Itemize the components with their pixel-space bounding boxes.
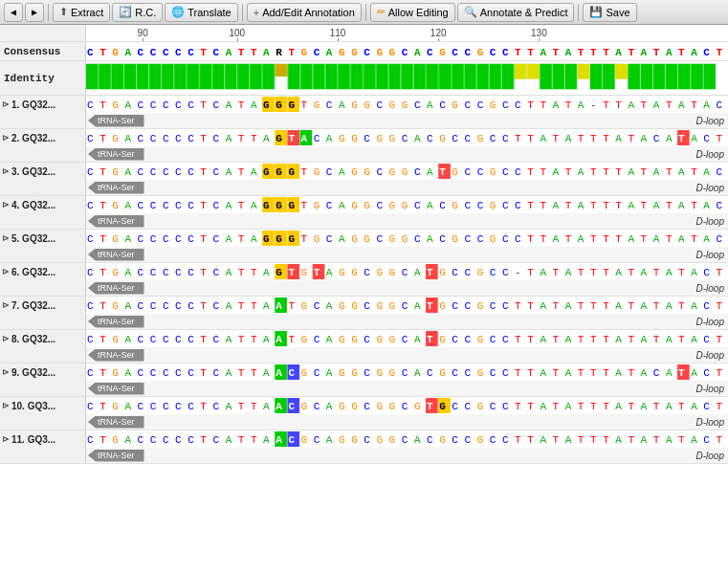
dloop-annotation-3: D-loop (696, 216, 724, 227)
seq-label-5: ⊳6. GQ32... (0, 263, 86, 280)
dloop-annotation-6: D-loop (696, 317, 724, 327)
translate-button[interactable]: 🌐 Translate (165, 3, 237, 22)
ruler-track (86, 25, 728, 41)
seq-label-2: ⊳3. GQ32... (0, 163, 86, 180)
seq-label-6: ⊳7. GQ32... (0, 297, 86, 314)
trna-annotation-8: tRNA-Ser (88, 383, 144, 395)
sequence-row-2: ⊳3. GQ32...tRNA-SerD-loop (0, 163, 728, 196)
sequence-row-9: ⊳10. GQ3...tRNA-SerD-loop (0, 397, 728, 430)
separator-3 (365, 4, 366, 21)
seq-canvas-8 (86, 364, 727, 381)
sequence-row-1: ⊳2. GQ32...tRNA-SerD-loop (0, 129, 728, 163)
seq-row-icon-1: ⊳ (2, 133, 10, 143)
consensus-track (86, 42, 728, 60)
dloop-annotation-4: D-loop (696, 250, 724, 260)
trna-annotation-1: tRNA-Ser (88, 148, 144, 161)
rc-icon: 🔄 (119, 6, 132, 18)
save-button[interactable]: 💾 Save (583, 3, 636, 22)
trna-annotation-0: tRNA-Ser (88, 115, 144, 127)
save-icon: 💾 (589, 6, 603, 18)
identity-track (86, 61, 728, 95)
trna-annotation-10: tRNA-Ser (88, 450, 144, 462)
rc-button[interactable]: 🔄 R.C. (112, 3, 163, 22)
separator-1 (48, 4, 49, 21)
dloop-annotation-9: D-loop (696, 417, 724, 428)
ruler-label-space (0, 25, 86, 41)
seq-label-7: ⊳8. GQ32... (0, 330, 86, 347)
seq-row-icon-9: ⊳ (2, 401, 10, 410)
dloop-annotation-7: D-loop (696, 350, 724, 361)
sequence-row-3: ⊳4. GQ32...tRNA-SerD-loop (0, 196, 728, 230)
identity-canvas (86, 61, 728, 92)
seq-canvas-6 (86, 297, 727, 314)
seq-row-icon-7: ⊳ (2, 334, 10, 343)
seq-canvas-0 (86, 96, 727, 113)
extract-button[interactable]: ⬆ Extract (53, 3, 110, 22)
sequence-row-5: ⊳6. GQ32...tRNA-SerD-loop (0, 263, 728, 297)
seq-row-icon-3: ⊳ (2, 200, 10, 209)
seq-canvas-1 (86, 129, 727, 146)
sequence-row-10: ⊳11. GQ3...tRNA-SerD-loop (0, 430, 728, 464)
back-button[interactable]: ◀ (4, 3, 23, 22)
seq-label-8: ⊳9. GQ32... (0, 364, 86, 381)
trna-annotation-6: tRNA-Ser (88, 316, 144, 328)
seq-canvas-7 (86, 330, 727, 347)
seq-label-10: ⊳11. GQ3... (0, 430, 86, 448)
annotate-predict-button[interactable]: 🔍 Annotate & Predict (457, 3, 575, 22)
sequence-view: Consensus Identity ⊳1. GQ32...tRNA-SerD-… (0, 25, 728, 573)
add-edit-icon: + (254, 7, 259, 18)
seq-canvas-5 (86, 263, 727, 280)
sequence-row-6: ⊳7. GQ32...tRNA-SerD-loop (0, 297, 728, 330)
seq-label-1: ⊳2. GQ32... (0, 129, 86, 146)
sequence-row-0: ⊳1. GQ32...tRNA-SerD-loop (0, 96, 728, 129)
seq-canvas-10 (86, 430, 727, 448)
trna-annotation-7: tRNA-Ser (88, 349, 144, 362)
seq-canvas-9 (86, 397, 727, 414)
seq-row-icon-8: ⊳ (2, 367, 10, 377)
seq-label-4: ⊳5. GQ32... (0, 230, 86, 247)
identity-label: Identity (0, 61, 86, 95)
translate-icon: 🌐 (171, 6, 185, 18)
seq-canvas-3 (86, 196, 727, 213)
identity-row: Identity (0, 61, 728, 96)
separator-2 (242, 4, 243, 21)
consensus-canvas (86, 42, 727, 60)
ruler-canvas (86, 25, 727, 41)
dloop-annotation-10: D-loop (696, 451, 724, 461)
consensus-row: Consensus (0, 42, 728, 61)
seq-label-0: ⊳1. GQ32... (0, 96, 86, 113)
seq-row-icon-10: ⊳ (2, 434, 10, 444)
separator-4 (578, 4, 579, 21)
pencil-icon: ✏ (377, 6, 386, 18)
seq-canvas-2 (86, 163, 727, 180)
forward-button[interactable]: ▶ (25, 3, 44, 22)
trna-annotation-4: tRNA-Ser (88, 249, 144, 261)
sequence-row-4: ⊳5. GQ32...tRNA-SerD-loop (0, 230, 728, 263)
sequence-row-7: ⊳8. GQ32...tRNA-SerD-loop (0, 330, 728, 364)
trna-annotation-3: tRNA-Ser (88, 215, 144, 228)
sequence-row-8: ⊳9. GQ32...tRNA-SerD-loop (0, 364, 728, 397)
seq-row-icon-5: ⊳ (2, 267, 10, 276)
add-edit-button[interactable]: + Add/Edit Annotation (247, 3, 362, 22)
seq-row-icon-0: ⊳ (2, 99, 10, 109)
toolbar: ◀ ▶ ⬆ Extract 🔄 R.C. 🌐 Translate + Add/E… (0, 0, 728, 25)
trna-annotation-9: tRNA-Ser (88, 416, 144, 429)
trna-annotation-2: tRNA-Ser (88, 182, 144, 194)
dloop-annotation-2: D-loop (696, 183, 724, 193)
consensus-label: Consensus (0, 42, 86, 60)
trna-annotation-5: tRNA-Ser (88, 282, 144, 295)
seq-row-icon-6: ⊳ (2, 300, 10, 310)
dloop-annotation-1: D-loop (696, 149, 724, 160)
sequence-rows: ⊳1. GQ32...tRNA-SerD-loop⊳2. GQ32...tRNA… (0, 96, 728, 464)
seq-label-3: ⊳4. GQ32... (0, 196, 86, 213)
extract-icon: ⬆ (59, 6, 68, 18)
annotate-icon: 🔍 (464, 6, 477, 18)
dloop-annotation-8: D-loop (696, 384, 724, 394)
seq-label-9: ⊳10. GQ3... (0, 397, 86, 414)
dloop-annotation-0: D-loop (696, 116, 724, 126)
allow-editing-button[interactable]: ✏ Allow Editing (370, 3, 455, 22)
seq-row-icon-4: ⊳ (2, 233, 10, 243)
dloop-annotation-5: D-loop (696, 283, 724, 294)
seq-canvas-4 (86, 230, 727, 247)
seq-row-icon-2: ⊳ (2, 166, 10, 176)
